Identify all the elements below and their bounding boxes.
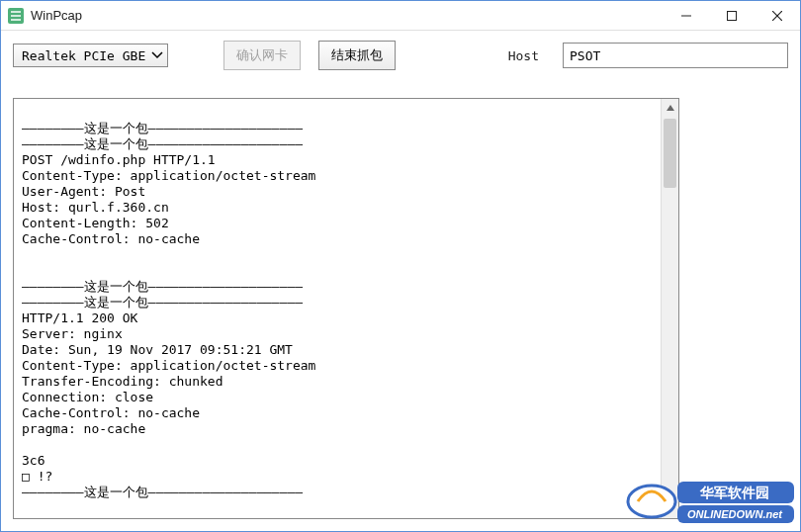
window-controls <box>664 1 800 30</box>
svg-rect-6 <box>677 482 794 503</box>
titlebar: WinPcap <box>1 1 800 31</box>
close-button[interactable] <box>755 1 800 30</box>
confirm-nic-button: 确认网卡 <box>223 41 301 70</box>
toolbar: Realtek PCIe GBE 确认网卡 结束抓包 Host <box>1 31 800 78</box>
scroll-up-arrow-icon[interactable] <box>662 99 678 117</box>
host-input[interactable] <box>563 43 788 68</box>
svg-rect-2 <box>728 11 737 20</box>
packet-output-panel: ————————这是一个包———————————————————— ——————… <box>13 98 679 519</box>
watermark-line1: 华军软件园 <box>699 486 769 500</box>
scroll-down-arrow-icon[interactable] <box>662 500 678 518</box>
nic-dropdown[interactable]: Realtek PCIe GBE <box>13 44 168 67</box>
app-icon <box>7 7 25 25</box>
vertical-scrollbar[interactable] <box>661 99 678 518</box>
scroll-thumb[interactable] <box>664 119 676 188</box>
watermark-line2: ONLINEDOWN.net <box>687 508 783 520</box>
packet-output-text[interactable]: ————————这是一个包———————————————————— ——————… <box>14 99 661 518</box>
host-label: Host <box>508 48 545 63</box>
minimize-button[interactable] <box>664 1 709 30</box>
stop-capture-button[interactable]: 结束抓包 <box>318 41 396 70</box>
chevron-down-icon <box>151 50 163 61</box>
maximize-button[interactable] <box>709 1 755 30</box>
svg-rect-7 <box>677 505 794 523</box>
window-title: WinPcap <box>31 8 82 23</box>
nic-selected-text: Realtek PCIe GBE <box>22 48 145 63</box>
